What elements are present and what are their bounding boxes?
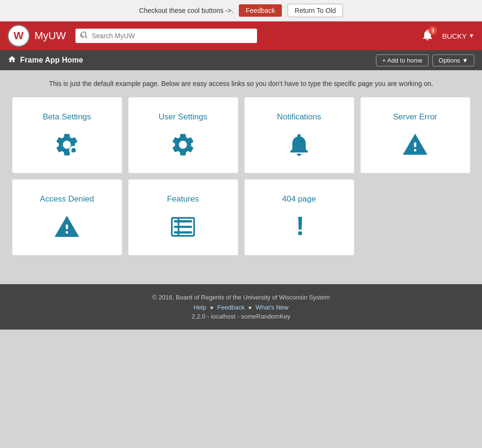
- header-right: 3 BUCKY ▼: [421, 28, 474, 43]
- header: W MyUW 3 BUCKY ▼: [0, 21, 482, 50]
- 404-page-title: 404 page: [282, 194, 316, 204]
- app-title: MyUW: [34, 30, 66, 42]
- user-settings-icon: [170, 131, 196, 158]
- user-settings-title: User Settings: [159, 112, 207, 122]
- add-to-home-button[interactable]: + Add to home: [376, 54, 428, 66]
- home-icon: [8, 55, 16, 65]
- announcement-bar: Checkout these cool buttons ->. Feedback…: [0, 0, 482, 21]
- card-grid-row1: Beta Settings User Settings Notification…: [12, 97, 471, 173]
- sub-header: Frame App Home + Add to home Options ▼: [0, 50, 482, 70]
- features-title: Features: [167, 194, 199, 204]
- footer-links: Help ● Feedback ● What's New: [10, 304, 472, 311]
- options-button[interactable]: Options ▼: [432, 54, 474, 66]
- svg-text:!: !: [296, 213, 305, 240]
- access-denied-card[interactable]: Access Denied: [12, 179, 122, 256]
- server-error-icon: [402, 131, 428, 158]
- server-error-title: Server Error: [393, 112, 438, 122]
- notifications-card-icon: [286, 131, 312, 158]
- options-caret-icon: ▼: [462, 57, 468, 64]
- announcement-text: Checkout these cool buttons ->.: [139, 7, 233, 14]
- caret-down-icon: ▼: [469, 32, 474, 39]
- beta-settings-card[interactable]: Beta Settings: [12, 97, 122, 173]
- user-name: BUCKY: [442, 32, 467, 40]
- search-container[interactable]: [75, 29, 257, 43]
- notifications-card[interactable]: Notifications: [244, 97, 354, 173]
- user-menu-button[interactable]: BUCKY ▼: [442, 32, 474, 40]
- server-error-card[interactable]: Server Error: [360, 97, 471, 173]
- notifications-bell[interactable]: 3: [421, 28, 434, 43]
- user-settings-card[interactable]: User Settings: [128, 97, 238, 173]
- page-title: Frame App Home: [20, 56, 83, 64]
- card-grid-row2: Access Denied Features 404 page: [12, 179, 471, 256]
- access-denied-title: Access Denied: [40, 194, 94, 204]
- beta-settings-icon: [54, 131, 80, 158]
- notifications-title: Notifications: [277, 112, 321, 122]
- logo-letter: W: [14, 30, 24, 42]
- uw-logo: W: [8, 25, 30, 47]
- main-content: This is just the default example page. B…: [0, 70, 482, 265]
- beta-settings-title: Beta Settings: [43, 112, 91, 122]
- footer-copyright: © 2016, Board of Regents of the Universi…: [10, 294, 472, 301]
- feedback-footer-link[interactable]: Feedback: [217, 304, 245, 311]
- search-input[interactable]: [92, 32, 252, 40]
- search-icon: [80, 31, 88, 41]
- 404-page-card[interactable]: 404 page !: [244, 179, 354, 256]
- dot-1: ●: [210, 304, 214, 311]
- svg-point-0: [81, 32, 86, 37]
- notification-badge: 3: [428, 26, 437, 35]
- 404-page-icon: !: [293, 213, 305, 240]
- dot-2: ●: [248, 304, 252, 311]
- description-text: This is just the default example page. B…: [10, 80, 472, 87]
- whats-new-link[interactable]: What's New: [256, 304, 289, 311]
- empty-card: [360, 179, 471, 256]
- feedback-button[interactable]: Feedback: [239, 4, 281, 17]
- help-link[interactable]: Help: [193, 304, 206, 311]
- options-label: Options: [439, 57, 460, 64]
- return-to-old-button[interactable]: Return To Old: [288, 4, 343, 17]
- sub-header-actions: + Add to home Options ▼: [376, 54, 474, 66]
- footer: © 2016, Board of Regents of the Universi…: [0, 284, 482, 330]
- footer-version: 2.2.0 - localhost - someRandomKey: [10, 313, 472, 320]
- features-card[interactable]: Features: [128, 179, 238, 256]
- features-icon: [170, 213, 196, 240]
- access-denied-icon: [54, 213, 80, 240]
